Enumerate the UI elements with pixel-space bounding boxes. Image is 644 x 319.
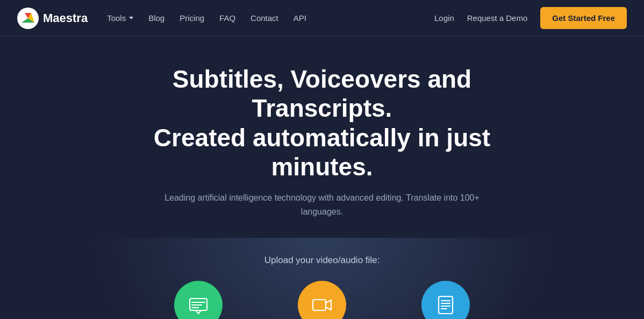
voiceover-card[interactable]: Voiceover Text-to-speech with AI-generat… (282, 281, 362, 319)
get-started-button[interactable]: Get Started Free (540, 7, 627, 29)
svg-rect-6 (313, 300, 326, 310)
transcription-card[interactable]: Transcription Accurately transcribe audi… (405, 281, 486, 319)
subtitle-card[interactable]: Subtitle Automatically generate subtitle… (158, 281, 239, 319)
subtitle-icon-circle (174, 281, 223, 319)
nav-login[interactable]: Login (434, 13, 454, 23)
upload-section: Upload your video/audio file: Subtitle A… (91, 238, 553, 319)
logo-icon (17, 8, 39, 29)
nav-faq[interactable]: FAQ (219, 13, 235, 23)
chevron-down-icon (129, 17, 133, 19)
tools-dropdown[interactable]: Tools (107, 13, 133, 23)
hero-section: Subtitles, Voiceovers and Transcripts. C… (0, 37, 644, 319)
svg-rect-7 (439, 296, 453, 314)
transcription-icon-circle (421, 281, 470, 319)
nav-request-demo[interactable]: Request a Demo (467, 13, 528, 23)
transcription-icon (434, 293, 457, 317)
navbar: Maestra Tools Blog Pricing FAQ Contact A… (0, 0, 644, 37)
voiceover-icon (310, 293, 334, 317)
nav-links: Tools Blog Pricing FAQ Contact API (107, 13, 434, 23)
nav-pricing[interactable]: Pricing (180, 13, 204, 23)
logo[interactable]: Maestra (17, 8, 88, 29)
hero-subtitle: Leading artificial intelligence technolo… (150, 191, 494, 218)
nav-right: Login Request a Demo Get Started Free (434, 7, 627, 29)
upload-label: Upload your video/audio file: (264, 255, 380, 266)
nav-api[interactable]: API (294, 13, 306, 23)
brand-name: Maestra (43, 11, 88, 25)
nav-blog[interactable]: Blog (148, 13, 164, 23)
voiceover-icon-circle (298, 281, 346, 319)
upload-cards: Subtitle Automatically generate subtitle… (158, 281, 486, 319)
hero-title: Subtitles, Voiceovers and Transcripts. C… (107, 65, 537, 181)
nav-contact[interactable]: Contact (251, 13, 278, 23)
subtitle-icon (187, 293, 210, 317)
